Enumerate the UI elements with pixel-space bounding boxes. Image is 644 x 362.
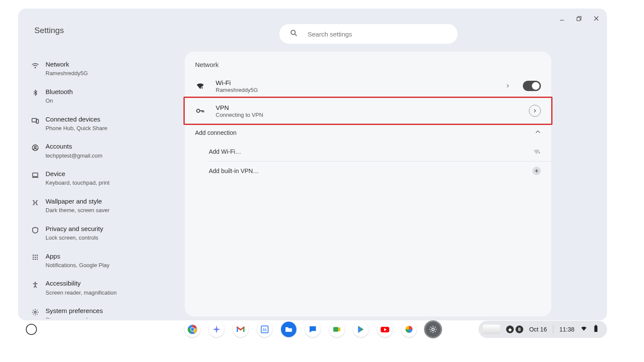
maximize-button[interactable] (574, 14, 584, 23)
gmail-icon[interactable] (233, 322, 248, 337)
panel-title: Network (185, 61, 551, 73)
sidebar-item-label: Apps (46, 252, 110, 261)
wifi-label: Wi-Fi (216, 79, 506, 86)
sidebar-item-connected-devices[interactable]: Connected devicesPhone Hub, Quick Share (28, 110, 183, 137)
sidebar-item-label: Privacy and security (46, 225, 103, 233)
vpn-row[interactable]: VPN Connecting to VPN (185, 98, 551, 123)
tray-date: Oct 16 (529, 326, 547, 333)
youtube-icon[interactable] (377, 322, 393, 337)
ime-indicator[interactable] (483, 325, 500, 334)
sidebar-item-desc: Phone Hub, Quick Share (46, 125, 107, 132)
chevron-right-icon[interactable] (506, 82, 510, 90)
sidebar-item-privacy[interactable]: Privacy and securityLock screen, control… (28, 219, 183, 247)
sidebar-item-label: Connected devices (46, 115, 107, 124)
sidebar-item-desc: Dark theme, screen saver (46, 207, 110, 214)
svg-point-14 (33, 255, 34, 256)
messages-icon[interactable] (305, 322, 320, 337)
settings-window: Settings NetworkRameshreddy5G BluetoothO… (18, 9, 607, 320)
gemini-icon[interactable] (209, 322, 224, 337)
sidebar-item-label: Network (46, 60, 88, 69)
tray-time: 11:38 (559, 326, 574, 333)
laptop-icon (31, 171, 40, 179)
play-store-icon[interactable] (353, 322, 369, 337)
sidebar-item-network[interactable]: NetworkRameshreddy5G (28, 55, 183, 82)
sidebar-item-desc: Lock screen, controls (46, 234, 103, 242)
bluetooth-icon (31, 89, 40, 96)
add-vpn-row[interactable]: Add built-in VPN… (185, 161, 551, 180)
svg-text:31: 31 (262, 328, 266, 332)
files-icon[interactable] (281, 322, 296, 337)
sidebar-item-device[interactable]: DeviceKeyboard, touchpad, print (28, 164, 183, 192)
devices-icon (31, 117, 40, 125)
notification-badge[interactable]: ◆ 8 (506, 325, 523, 333)
calendar-icon[interactable]: 31 (257, 322, 272, 337)
search-icon (290, 29, 298, 39)
sidebar-item-desc: Notifications, Google Play (46, 262, 110, 269)
vpn-label: VPN (216, 104, 529, 111)
vpn-details-button[interactable] (529, 105, 541, 117)
svg-point-21 (35, 259, 36, 260)
settings-icon[interactable] (425, 322, 441, 337)
network-panel: Network Wi-Fi Rameshreddy5G VPN Connecti… (185, 52, 551, 316)
svg-rect-12 (33, 173, 38, 176)
sidebar-item-wallpaper[interactable]: Wallpaper and styleDark theme, screen sa… (28, 192, 183, 219)
sidebar-item-label: Wallpaper and style (46, 197, 110, 206)
palette-icon (31, 199, 40, 207)
svg-point-19 (37, 256, 38, 258)
system-tray[interactable]: ◆ 8 Oct 16 11:38 (479, 321, 607, 338)
shield-icon (31, 226, 40, 234)
photos-icon[interactable] (401, 322, 417, 337)
sidebar-item-label: Accessibility (46, 279, 116, 288)
vpn-desc: Connecting to VPN (216, 112, 529, 118)
svg-text:+: + (538, 151, 540, 155)
wifi-row[interactable]: Wi-Fi Rameshreddy5G (185, 73, 551, 98)
sidebar-item-desc: Rameshreddy5G (46, 70, 88, 77)
sidebar-item-system[interactable]: System preferencesStorage, power, langua… (28, 301, 183, 319)
svg-point-23 (35, 282, 36, 283)
add-wifi-row[interactable]: Add Wi-Fi… + (185, 142, 551, 161)
add-connection-label: Add connection (195, 129, 535, 136)
svg-point-27 (197, 109, 200, 112)
gear-icon (31, 308, 40, 316)
tray-wifi-icon (580, 325, 587, 334)
meet-icon[interactable] (329, 322, 345, 337)
sidebar-item-apps[interactable]: AppsNotifications, Google Play (28, 247, 183, 274)
sidebar-item-desc: techpptest@gmail.com (46, 152, 102, 160)
sidebar-item-accessibility[interactable]: AccessibilityScreen reader, magnificatio… (28, 274, 183, 301)
svg-rect-43 (594, 326, 597, 332)
svg-rect-2 (577, 18, 580, 21)
close-button[interactable] (592, 14, 601, 23)
wifi-add-icon: + (532, 147, 541, 156)
svg-point-17 (33, 256, 34, 258)
tray-divider (553, 325, 553, 334)
add-wifi-label: Add Wi-Fi… (209, 148, 532, 155)
add-vpn-label: Add built-in VPN… (209, 167, 532, 174)
svg-rect-40 (333, 327, 338, 332)
wifi-toggle[interactable] (523, 81, 541, 91)
launcher-button[interactable] (26, 324, 37, 335)
search-bar[interactable] (279, 24, 458, 44)
shelf-apps: 31 (185, 322, 441, 337)
add-connection-expander[interactable]: Add connection (185, 123, 551, 142)
svg-point-15 (35, 255, 36, 256)
sidebar-item-accounts[interactable]: Accountstechpptest@gmail.com (28, 137, 183, 164)
search-input[interactable] (308, 30, 447, 38)
minimize-button[interactable] (557, 14, 567, 23)
plus-icon (532, 167, 541, 175)
window-controls (557, 14, 601, 23)
sidebar-item-bluetooth[interactable]: BluetoothOn (28, 82, 183, 110)
tray-battery-icon (593, 325, 598, 334)
svg-rect-44 (595, 325, 597, 326)
chrome-icon[interactable] (185, 322, 200, 337)
svg-point-22 (37, 259, 38, 260)
sidebar: NetworkRameshreddy5G BluetoothOn Connect… (28, 55, 183, 319)
apps-grid-icon (31, 254, 40, 261)
svg-rect-8 (32, 118, 37, 122)
sidebar-item-label: Bluetooth (46, 88, 73, 96)
wifi-desc: Rameshreddy5G (216, 87, 506, 93)
svg-point-18 (35, 256, 36, 258)
sidebar-item-label: System preferences (46, 307, 109, 315)
sidebar-item-desc: Screen reader, magnification (46, 289, 116, 297)
svg-point-5 (291, 30, 295, 34)
svg-point-11 (34, 146, 37, 149)
